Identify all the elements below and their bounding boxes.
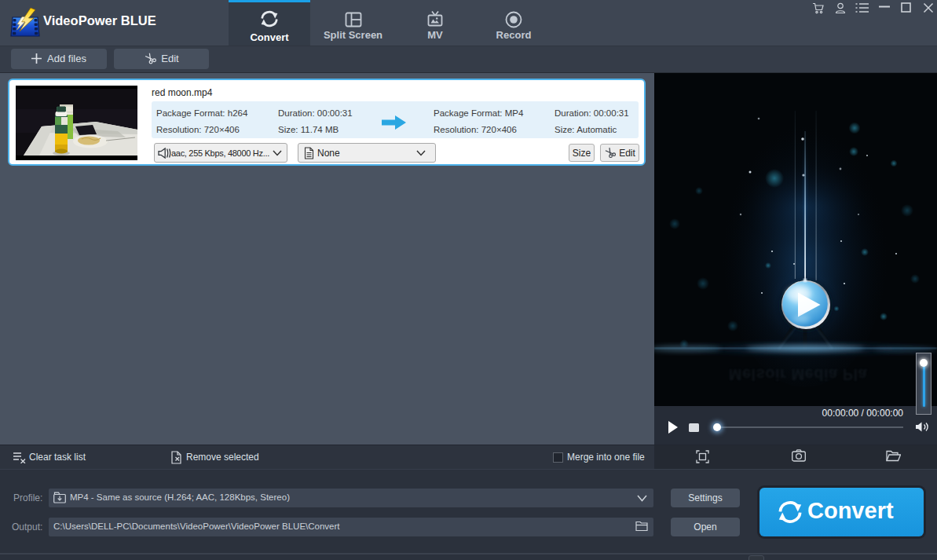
svg-text:Melsoir Media Pla: Melsoir Media Pla [729,366,868,383]
